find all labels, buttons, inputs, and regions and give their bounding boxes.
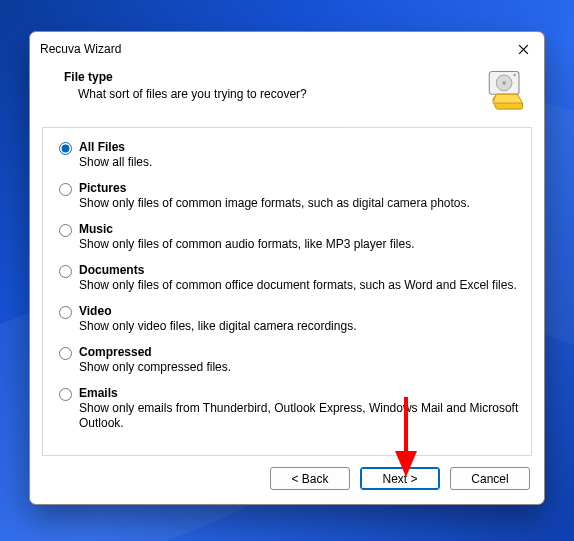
option-music[interactable]: Music Show only files of common audio fo…	[59, 222, 519, 252]
option-compressed[interactable]: Compressed Show only compressed files.	[59, 345, 519, 375]
option-title: Emails	[79, 386, 118, 400]
option-desc: Show all files.	[79, 155, 152, 169]
option-title: Video	[79, 304, 111, 318]
option-documents[interactable]: Documents Show only files of common offi…	[59, 263, 519, 293]
option-video[interactable]: Video Show only video files, like digita…	[59, 304, 519, 334]
wizard-footer: < Back Next > Cancel	[30, 456, 544, 504]
titlebar: Recuva Wizard	[30, 32, 544, 64]
radio-video[interactable]	[59, 306, 72, 319]
header-text: File type What sort of files are you try…	[64, 70, 476, 101]
option-title: Music	[79, 222, 113, 236]
close-button[interactable]	[509, 38, 537, 60]
option-desc: Show only files of common audio formats,…	[79, 237, 414, 251]
option-desc: Show only files of common office documen…	[79, 278, 517, 292]
radio-pictures[interactable]	[59, 183, 72, 196]
radio-music[interactable]	[59, 224, 72, 237]
radio-compressed[interactable]	[59, 347, 72, 360]
options-panel: All Files Show all files. Pictures Show …	[42, 127, 532, 456]
header-subtitle: What sort of files are you trying to rec…	[64, 87, 476, 101]
radio-documents[interactable]	[59, 265, 72, 278]
next-button[interactable]: Next >	[360, 467, 440, 490]
option-title: Documents	[79, 263, 144, 277]
option-title: Compressed	[79, 345, 152, 359]
svg-point-4	[502, 81, 506, 85]
window-title: Recuva Wizard	[40, 42, 509, 56]
back-button[interactable]: < Back	[270, 467, 350, 490]
option-title: Pictures	[79, 181, 126, 195]
wizard-dialog: Recuva Wizard File type What sort of fil…	[29, 31, 545, 505]
option-desc: Show only compressed files.	[79, 360, 231, 374]
option-all-files[interactable]: All Files Show all files.	[59, 140, 519, 170]
close-icon	[518, 44, 529, 55]
cancel-button[interactable]: Cancel	[450, 467, 530, 490]
option-emails[interactable]: Emails Show only emails from Thunderbird…	[59, 386, 519, 431]
option-desc: Show only emails from Thunderbird, Outlo…	[79, 401, 518, 430]
radio-all-files[interactable]	[59, 142, 72, 155]
radio-emails[interactable]	[59, 388, 72, 401]
wizard-header: File type What sort of files are you try…	[30, 64, 544, 124]
hard-drive-icon	[484, 68, 526, 110]
option-title: All Files	[79, 140, 125, 154]
svg-point-5	[513, 74, 515, 76]
option-desc: Show only video files, like digital came…	[79, 319, 356, 333]
option-desc: Show only files of common image formats,…	[79, 196, 470, 210]
header-title: File type	[64, 70, 476, 84]
option-pictures[interactable]: Pictures Show only files of common image…	[59, 181, 519, 211]
